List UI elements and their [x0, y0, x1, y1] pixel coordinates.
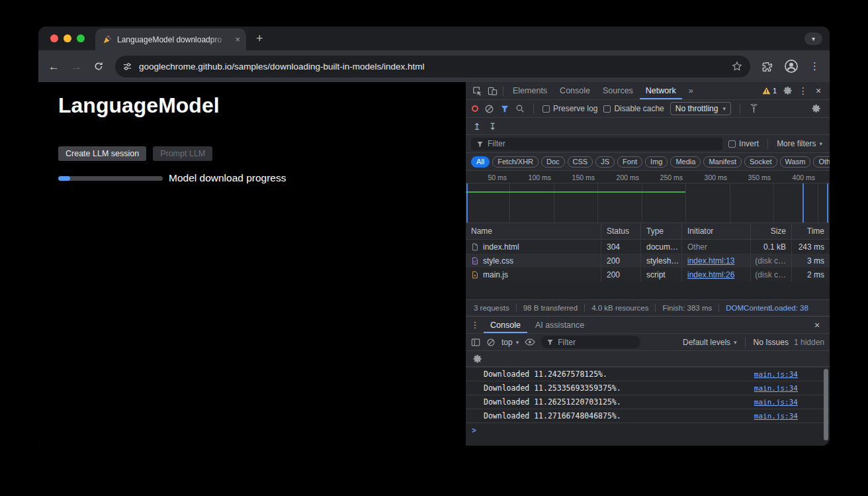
log-levels-select[interactable]: Default levels ▾ [683, 338, 737, 347]
chevron-down-icon: ▾ [516, 339, 519, 346]
devtools-menu-kebab-icon[interactable]: ⋮ [796, 86, 810, 95]
chip-media[interactable]: Media [670, 156, 701, 168]
chip-doc[interactable]: Doc [541, 156, 565, 168]
chip-socket[interactable]: Socket [744, 156, 777, 168]
tab-search-button[interactable]: ▾ [804, 32, 822, 45]
divider [503, 86, 503, 96]
tab-close-icon[interactable]: × [235, 35, 240, 44]
message-source-link[interactable]: main.js:34 [754, 384, 798, 393]
column-type[interactable]: Type [641, 223, 682, 239]
column-initiator[interactable]: Initiator [682, 223, 751, 239]
chip-js[interactable]: JS [595, 156, 615, 168]
request-initiator: Other [682, 240, 751, 254]
new-tab-button[interactable]: + [256, 32, 263, 44]
chip-wasm[interactable]: Wasm [780, 156, 811, 168]
inspect-element-icon[interactable] [470, 86, 484, 96]
message-source-link[interactable]: main.js:34 [754, 412, 798, 421]
issues-warning-badge[interactable]: 1 [762, 87, 777, 95]
console-sidebar-icon[interactable] [471, 338, 480, 347]
hidden-messages-link[interactable]: 1 hidden [794, 338, 824, 347]
clear-console-icon[interactable] [486, 338, 496, 347]
issues-counter[interactable]: No Issues [754, 338, 789, 347]
profile-avatar-icon[interactable] [784, 59, 799, 74]
timeline-end-marker [827, 183, 828, 223]
throttling-select[interactable]: No throttling ▾ [670, 102, 731, 115]
column-size[interactable]: Size [751, 223, 792, 239]
timeline-gridline [597, 183, 598, 223]
chip-css[interactable]: CSS [568, 156, 593, 168]
chip-img[interactable]: Img [645, 156, 668, 168]
request-size: 0.1 kB [751, 240, 792, 254]
tab-console[interactable]: Console [554, 82, 596, 99]
divider [466, 183, 830, 183]
request-row-index-html[interactable]: index.html 304 docum… Other 0.1 kB 243 m… [466, 240, 830, 254]
maximize-window-button[interactable] [77, 34, 85, 42]
address-bar[interactable]: googlechrome.github.io/samples/downloadi… [115, 56, 750, 77]
record-network-log-button[interactable] [472, 105, 478, 112]
console-settings-gear-icon[interactable] [472, 354, 484, 364]
drawer-tab-ai-assistance[interactable]: AI assistance [529, 317, 591, 333]
console-filter-input[interactable]: Filter [541, 336, 640, 348]
network-overview-timeline[interactable]: 50 ms 100 ms 150 ms 200 ms 250 ms 300 ms… [466, 171, 830, 223]
timeline-label: 100 ms [514, 174, 551, 181]
prompt-llm-button[interactable]: Prompt LLM [153, 146, 212, 161]
request-row-style-css[interactable]: style.css 200 stylesh… index.html:13 (di… [466, 254, 830, 268]
column-name[interactable]: Name [466, 223, 601, 239]
devtools-close-icon[interactable]: × [811, 86, 826, 95]
device-toolbar-icon[interactable] [485, 86, 499, 96]
tab-network[interactable]: Network [640, 82, 682, 99]
chip-fetch-xhr[interactable]: Fetch/XHR [492, 156, 539, 168]
browser-menu-kebab-icon[interactable]: ⋮ [810, 60, 820, 72]
initiator-link[interactable]: index.html:26 [687, 270, 734, 279]
bookmark-star-icon[interactable] [732, 61, 742, 72]
live-expression-eye-icon[interactable] [525, 338, 535, 346]
network-settings-gear-icon[interactable] [809, 104, 824, 113]
console-context-select[interactable]: top ▾ [501, 338, 519, 347]
filter-funnel-icon[interactable] [500, 104, 509, 113]
column-time[interactable]: Time [792, 223, 830, 239]
search-icon[interactable] [515, 104, 525, 113]
minimize-window-button[interactable] [64, 34, 71, 42]
initiator-link[interactable]: index.html:13 [687, 256, 734, 266]
drawer-tab-console[interactable]: Console [484, 317, 527, 333]
column-status[interactable]: Status [601, 223, 641, 239]
network-filter-input[interactable]: Filter [471, 138, 722, 150]
site-settings-icon[interactable] [122, 62, 132, 72]
invert-checkbox[interactable]: Invert [728, 139, 759, 148]
extensions-icon[interactable] [761, 61, 773, 72]
timeline-gridline [773, 183, 774, 223]
message-source-link[interactable]: main.js:34 [754, 370, 798, 379]
timeline-gridline [554, 183, 554, 223]
chip-manifest[interactable]: Manifest [703, 156, 742, 168]
back-button[interactable]: ← [48, 61, 60, 72]
drawer-close-icon[interactable]: × [810, 321, 824, 330]
checkbox-icon [542, 105, 550, 113]
clear-network-log-icon[interactable] [484, 104, 494, 114]
more-tabs-icon[interactable]: » [683, 82, 699, 99]
chip-other[interactable]: Other [813, 156, 830, 168]
browser-tab[interactable]: LanguageModel downloadpro × [95, 28, 246, 50]
more-filters-button[interactable]: More filters ▾ [777, 139, 824, 148]
tab-sources[interactable]: Sources [597, 82, 639, 99]
request-row-main-js[interactable]: main.js 200 script index.html:26 (disk c… [466, 268, 830, 281]
message-source-link[interactable]: main.js:34 [754, 398, 798, 407]
console-scrollbar-thumb[interactable] [824, 369, 828, 440]
chip-all[interactable]: All [471, 156, 490, 168]
page-title: LanguageModel [58, 93, 220, 118]
drawer-menu-kebab-icon[interactable]: ⋮ [468, 321, 482, 329]
disable-cache-checkbox[interactable]: Disable cache [603, 104, 664, 113]
import-har-icon[interactable]: ↥ [473, 121, 481, 132]
close-window-button[interactable] [50, 34, 58, 42]
url-text[interactable]: googlechrome.github.io/samples/downloadi… [139, 62, 725, 72]
devtools-settings-gear-icon[interactable] [781, 86, 795, 95]
preserve-log-checkbox[interactable]: Preserve log [542, 104, 597, 113]
model-progress-fill [58, 176, 70, 181]
export-har-icon[interactable]: ↧ [489, 121, 497, 132]
console-prompt[interactable]: > [466, 422, 830, 437]
create-llm-session-button[interactable]: Create LLM session [58, 146, 146, 161]
network-conditions-icon[interactable] [749, 104, 759, 114]
reload-button[interactable] [93, 61, 104, 72]
chip-font[interactable]: Font [617, 156, 642, 168]
tab-elements[interactable]: Elements [507, 82, 553, 99]
forward-button[interactable]: → [71, 61, 82, 72]
